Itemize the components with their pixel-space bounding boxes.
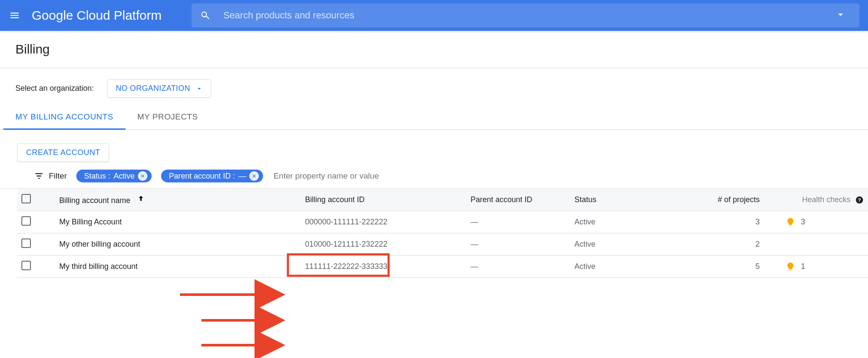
table-header-row: Billing account name Billing account ID … [17, 189, 868, 211]
col-num-projects[interactable]: # of projects [670, 189, 764, 211]
filter-toggle[interactable]: Filter [34, 171, 67, 181]
filter-label: Filter [49, 171, 67, 181]
page-title: Billing [0, 31, 868, 68]
cell-num-projects: 2 [670, 233, 764, 256]
chip-remove-button[interactable] [138, 171, 147, 181]
col-status[interactable]: Status [570, 189, 670, 211]
filter-chip-parent-account[interactable]: Parent account ID : — [161, 170, 263, 182]
cell-billing-account-name[interactable]: My other billing account [55, 233, 301, 256]
tab-my-projects[interactable]: MY PROJECTS [126, 104, 210, 129]
sort-ascending-icon [137, 194, 145, 203]
search-container [192, 3, 859, 27]
health-count: 1 [801, 262, 805, 271]
table-row: My third billing account 111111-222222-3… [17, 256, 868, 278]
cell-parent-account-id: — [466, 256, 570, 278]
cell-parent-account-id: — [466, 233, 570, 256]
row-checkbox[interactable] [21, 239, 31, 248]
chip-value: — [238, 172, 246, 181]
health-count: 3 [801, 218, 805, 227]
billing-accounts-table: Billing account name Billing account ID … [17, 189, 868, 278]
organization-select[interactable]: NO ORGANIZATION [108, 79, 211, 98]
lightbulb-icon [785, 262, 796, 272]
svg-text:?: ? [858, 197, 861, 203]
close-icon [251, 173, 257, 179]
search-input[interactable] [222, 9, 830, 21]
menu-button[interactable] [4, 5, 25, 26]
health-check-indicator[interactable]: 1 [768, 262, 864, 272]
organization-label: Select an organization: [15, 84, 94, 93]
tab-my-billing-accounts[interactable]: MY BILLING ACCOUNTS [3, 104, 126, 129]
col-health-checks[interactable]: Health checks ? [764, 189, 868, 211]
cell-status: Active [570, 233, 670, 256]
lightbulb-icon [785, 217, 796, 227]
row-checkbox[interactable] [21, 261, 31, 270]
cell-num-projects: 5 [670, 256, 764, 278]
filter-chip-status[interactable]: Status : Active [76, 170, 152, 182]
cell-status: Active [570, 256, 670, 278]
col-billing-account-id[interactable]: Billing account ID [301, 189, 466, 211]
col-billing-account-name[interactable]: Billing account name [55, 189, 301, 211]
cell-num-projects: 3 [670, 211, 764, 233]
cell-billing-account-name[interactable]: My third billing account [55, 256, 301, 278]
chip-remove-button[interactable] [249, 171, 259, 181]
close-icon [140, 173, 145, 179]
cell-billing-account-name[interactable]: My Billing Account [55, 211, 301, 233]
caret-down-icon [195, 85, 203, 92]
search-icon [200, 10, 210, 21]
app-header: Google Cloud Platform [0, 0, 868, 31]
tabs: MY BILLING ACCOUNTS MY PROJECTS [0, 104, 868, 130]
cell-health-checks [764, 233, 868, 256]
col-label: Billing account name [59, 196, 130, 205]
logo-google: Google [32, 8, 73, 23]
hamburger-icon [9, 10, 20, 21]
chevron-down-icon [835, 9, 846, 20]
chip-key: Status : [84, 172, 110, 181]
organization-row: Select an organization: NO ORGANIZATION [0, 68, 868, 104]
filter-bar: Filter Status : Active Parent account ID… [0, 170, 868, 189]
chip-value: Active [114, 172, 135, 181]
cell-billing-account-id: 111111-222222-333333 [301, 256, 466, 278]
row-checkbox[interactable] [21, 216, 31, 226]
gcp-logo[interactable]: Google Cloud Platform [32, 8, 162, 23]
cell-status: Active [570, 211, 670, 233]
filter-input[interactable] [272, 171, 868, 181]
logo-cloud-platform: Cloud Platform [77, 8, 162, 23]
help-icon[interactable]: ? [855, 196, 864, 204]
organization-value: NO ORGANIZATION [116, 84, 190, 93]
select-all-checkbox[interactable] [21, 194, 31, 203]
cell-billing-account-id: 000000-111111-222222 [301, 211, 466, 233]
col-parent-account-id[interactable]: Parent account ID [466, 189, 570, 211]
health-check-indicator[interactable]: 3 [768, 217, 864, 227]
table-row: My other billing account 010000-121111-2… [17, 233, 868, 256]
cell-health-checks: 3 [764, 211, 868, 233]
table-row: My Billing Account 000000-111111-222222 … [17, 211, 868, 233]
toolbar: CREATE ACCOUNT [0, 130, 868, 170]
create-account-button[interactable]: CREATE ACCOUNT [17, 143, 109, 162]
chip-key: Parent account ID : [169, 172, 235, 181]
cell-health-checks: 1 [764, 256, 868, 278]
cell-billing-account-id: 010000-121111-232222 [301, 233, 466, 256]
search-expand-button[interactable] [830, 9, 851, 22]
filter-icon [34, 171, 44, 181]
cell-parent-account-id: — [466, 211, 570, 233]
